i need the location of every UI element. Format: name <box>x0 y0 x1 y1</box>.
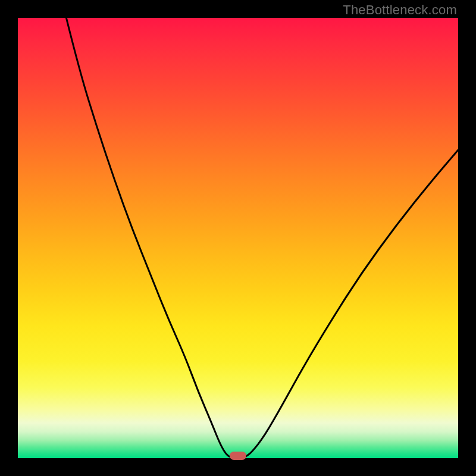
outer-frame: TheBottleneck.com <box>0 0 476 476</box>
curve-path <box>66 18 458 458</box>
minimum-marker <box>230 452 246 460</box>
watermark-text: TheBottleneck.com <box>343 2 457 18</box>
bottleneck-curve <box>18 18 458 458</box>
plot-area <box>18 18 458 458</box>
